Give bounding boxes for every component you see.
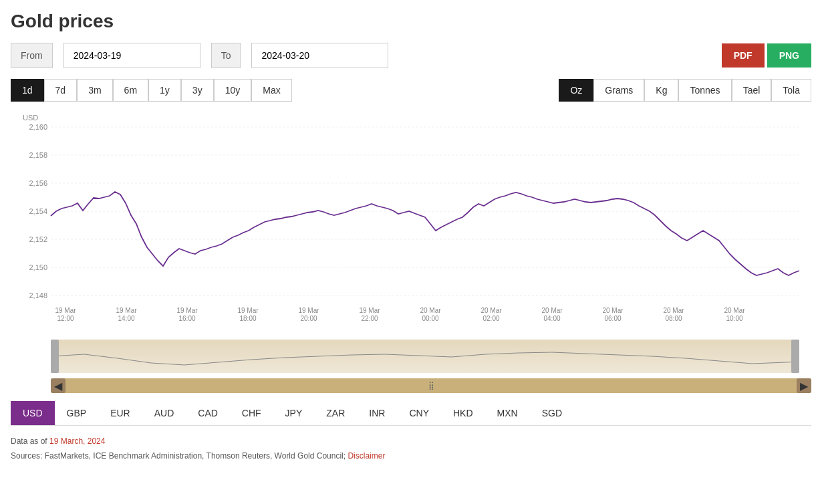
minimap-right-handle[interactable] — [791, 340, 799, 373]
time-tab-1y[interactable]: 1y — [148, 79, 181, 102]
svg-text:20 Mar: 20 Mar — [602, 307, 624, 314]
svg-text:16:00: 16:00 — [178, 315, 195, 322]
chart-area: USD 2,160 2,158 2,156 2,154 2,152 2,150 … — [11, 107, 811, 337]
currency-tab-eur[interactable]: EUR — [98, 401, 142, 425]
unit-tab-oz[interactable]: Oz — [559, 79, 593, 102]
date-range-row: From To PDF PNG — [11, 43, 811, 68]
page-title: Gold prices — [11, 11, 811, 32]
svg-text:19 Mar: 19 Mar — [237, 307, 259, 314]
to-label: To — [211, 43, 241, 68]
svg-text:2,150: 2,150 — [29, 263, 47, 271]
scroll-right-btn[interactable]: ▶ — [797, 378, 811, 393]
currency-tab-jpy[interactable]: JPY — [273, 401, 315, 425]
unit-tab-grams[interactable]: Grams — [593, 79, 644, 102]
currency-tab-mxn[interactable]: MXN — [485, 401, 530, 425]
svg-text:22:00: 22:00 — [361, 315, 378, 322]
currency-tab-zar[interactable]: ZAR — [314, 401, 357, 425]
minimap-container: ◀ ⣿ ▶ — [51, 340, 811, 393]
from-label: From — [11, 43, 53, 68]
svg-text:2,158: 2,158 — [29, 151, 47, 159]
time-tab-10y[interactable]: 10y — [214, 79, 252, 102]
svg-text:20 Mar: 20 Mar — [541, 307, 563, 314]
svg-text:20 Mar: 20 Mar — [481, 307, 502, 314]
svg-text:2,152: 2,152 — [29, 235, 47, 243]
svg-text:19 Mar: 19 Mar — [298, 307, 319, 314]
svg-text:19 Mar: 19 Mar — [55, 307, 76, 314]
svg-text:20:00: 20:00 — [300, 315, 317, 322]
disclaimer-link[interactable]: Disclaimer — [348, 451, 385, 461]
export-buttons: PDF PNG — [722, 43, 811, 68]
svg-text:12:00: 12:00 — [57, 315, 74, 322]
time-tab-3m[interactable]: 3m — [77, 79, 112, 102]
currency-tab-hkd[interactable]: HKD — [441, 401, 485, 425]
currency-tab-cad[interactable]: CAD — [186, 401, 230, 425]
pdf-button[interactable]: PDF — [722, 43, 765, 68]
data-date-link[interactable]: 19 March, 2024 — [49, 436, 105, 446]
svg-rect-38 — [51, 340, 799, 373]
svg-text:2,154: 2,154 — [29, 207, 47, 215]
currency-tabs: USDGBPEURAUDCADCHFJPYZARINRCNYHKDMXNSGD — [11, 401, 811, 426]
time-tab-6m[interactable]: 6m — [113, 79, 148, 102]
svg-text:19 Mar: 19 Mar — [176, 307, 198, 314]
unit-tab-tonnes[interactable]: Tonnes — [678, 79, 731, 102]
time-tabs: 1d7d3m6m1y3y10yMax — [11, 79, 292, 102]
time-tab-max[interactable]: Max — [251, 79, 291, 102]
svg-text:04:00: 04:00 — [543, 315, 560, 322]
currency-tab-aud[interactable]: AUD — [142, 401, 186, 425]
png-button[interactable]: PNG — [767, 43, 811, 68]
svg-text:08:00: 08:00 — [665, 315, 682, 322]
scroll-left-btn[interactable]: ◀ — [51, 378, 65, 393]
svg-text:2,160: 2,160 — [29, 123, 47, 131]
currency-tab-sgd[interactable]: SGD — [530, 401, 574, 425]
svg-text:02:00: 02:00 — [483, 315, 499, 322]
svg-text:00:00: 00:00 — [422, 315, 438, 322]
main-chart: USD 2,160 2,158 2,156 2,154 2,152 2,150 … — [17, 107, 806, 334]
unit-tab-tael[interactable]: Tael — [732, 79, 772, 102]
currency-tab-cny[interactable]: CNY — [397, 401, 441, 425]
svg-text:2,148: 2,148 — [29, 291, 47, 299]
scroll-handle[interactable]: ⣿ — [428, 381, 434, 390]
time-tab-1d[interactable]: 1d — [11, 79, 44, 102]
svg-text:20 Mar: 20 Mar — [724, 307, 745, 314]
data-as-of: Data as of 19 March, 2024 — [11, 436, 811, 446]
unit-tabs: OzGramsKgTonnesTaelTola — [559, 79, 811, 102]
minimap-chart — [51, 340, 799, 373]
controls-row: 1d7d3m6m1y3y10yMax OzGramsKgTonnesTaelTo… — [11, 79, 811, 102]
currency-tab-gbp[interactable]: GBP — [55, 401, 99, 425]
svg-text:10:00: 10:00 — [726, 315, 742, 322]
svg-text:19 Mar: 19 Mar — [116, 307, 137, 314]
svg-text:19 Mar: 19 Mar — [359, 307, 380, 314]
unit-tab-tola[interactable]: Tola — [771, 79, 811, 102]
time-tab-3y[interactable]: 3y — [181, 79, 214, 102]
minimap-left-handle[interactable] — [51, 340, 59, 373]
svg-text:06:00: 06:00 — [604, 315, 621, 322]
price-line — [51, 192, 799, 275]
y-axis-label: USD — [23, 114, 38, 122]
unit-tab-kg[interactable]: Kg — [644, 79, 678, 102]
date-to-input[interactable] — [251, 43, 388, 68]
svg-text:18:00: 18:00 — [239, 315, 256, 322]
svg-text:14:00: 14:00 — [118, 315, 134, 322]
currency-tab-usd[interactable]: USD — [11, 401, 55, 425]
svg-text:20 Mar: 20 Mar — [420, 307, 441, 314]
time-tab-7d[interactable]: 7d — [44, 79, 78, 102]
currency-tab-chf[interactable]: CHF — [230, 401, 273, 425]
sources-text: Sources: FastMarkets, ICE Benchmark Admi… — [11, 451, 811, 461]
svg-text:2,156: 2,156 — [29, 179, 47, 187]
currency-tab-inr[interactable]: INR — [357, 401, 397, 425]
date-from-input[interactable] — [63, 43, 200, 68]
svg-text:20 Mar: 20 Mar — [663, 307, 684, 314]
